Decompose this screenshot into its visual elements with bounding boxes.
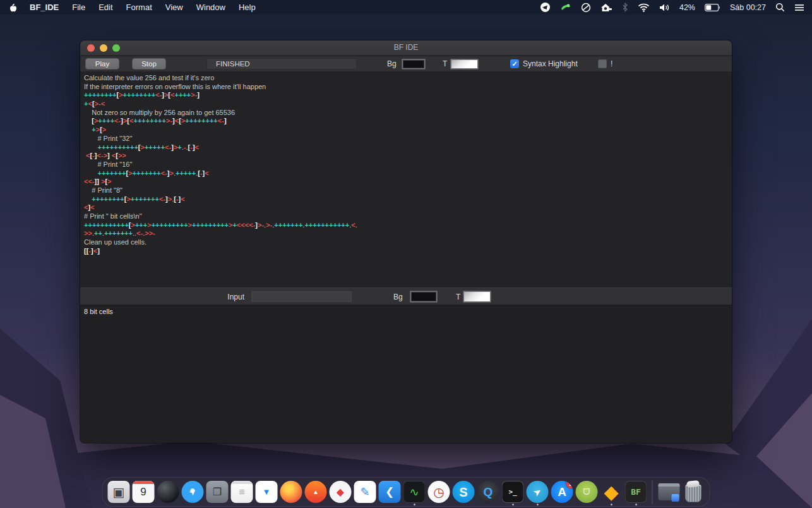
do-not-disturb-icon[interactable] — [581, 3, 591, 13]
code-line: Clean up used cells. — [84, 238, 729, 247]
menu-clock[interactable]: Sáb 00:27 — [730, 3, 766, 12]
output-text-color-well[interactable] — [463, 291, 491, 303]
apple-menu-icon[interactable] — [8, 3, 16, 13]
play-button[interactable]: Play — [85, 58, 119, 70]
menu-app-name[interactable]: BF_IDE — [30, 3, 59, 12]
volume-icon[interactable] — [659, 3, 670, 13]
display-app-icon[interactable]: ▣ — [107, 478, 131, 506]
battery-icon — [705, 3, 720, 13]
input-field[interactable] — [251, 291, 352, 302]
pencil-editor-app-icon[interactable]: ✎ — [354, 478, 377, 506]
bang-checkbox[interactable] — [598, 59, 607, 68]
clock-dial-app-icon[interactable]: ◷ — [427, 478, 451, 506]
telegram-status-icon[interactable] — [540, 3, 551, 13]
window-title: BF IDE — [80, 43, 732, 52]
code-line: >>.++.+++++++..<-.>>- — [84, 229, 729, 238]
code-line: +++++++[>+++++++<-]>.+++++.[-]< — [84, 169, 729, 178]
code-line: If the interpreter errors on overflow th… — [84, 83, 729, 92]
screenshot-window-app-icon[interactable]: ❐ — [206, 478, 229, 506]
code-line: Calculate the value 256 and test if it's… — [84, 74, 729, 83]
code-line: <]< — [84, 203, 729, 212]
code-line: +<[>-< — [84, 100, 729, 109]
quicktime-icon[interactable]: Q — [477, 478, 500, 506]
code-line: # Print "16" — [84, 160, 729, 169]
activity-monitor-icon[interactable]: ∿ — [403, 478, 426, 506]
output-bg-color-well[interactable] — [410, 291, 438, 303]
dock-separator — [652, 480, 653, 504]
code-line: [>++++<-]>[<++++++++>-]<[>++++++++<-] — [84, 117, 729, 126]
toolbar: Play Stop FINISHED Bg T ✓ Syntax Highlig… — [80, 56, 732, 72]
run-status-field: FINISHED — [206, 58, 357, 70]
dock: ▣9➤❐≡▼▲◆✎❮∿◷SQ>_➤A2ᗜ◆BF — [102, 477, 710, 507]
calendar-icon[interactable]: 9 — [132, 478, 155, 506]
menu-edit[interactable]: Edit — [99, 3, 112, 12]
menu-bar: BF_IDE File Edit Format View Window Help… — [0, 0, 812, 15]
notes-app-icon[interactable]: ≡ — [230, 478, 254, 506]
code-line: [[-]<] — [84, 247, 729, 256]
menu-file[interactable]: File — [72, 3, 85, 12]
skype-icon[interactable]: S — [452, 478, 475, 506]
android-studio-icon[interactable]: ᗜ — [575, 478, 599, 506]
bg-color-label: Bg — [387, 59, 397, 68]
code-line: ++++++++[>++++++++<-]>[<++++>-] — [84, 91, 729, 100]
menu-format[interactable]: Format — [126, 3, 152, 12]
trash-icon[interactable] — [682, 478, 705, 506]
presentation-app-icon[interactable]: ▼ — [255, 478, 278, 506]
battery-percentage: 42% — [679, 3, 695, 12]
vscode-icon[interactable]: ❮ — [378, 478, 402, 506]
output-view[interactable]: 8 bit cells — [80, 305, 732, 443]
bf-ide-window: BF IDE Play Stop FINISHED Bg T ✓ Syntax … — [80, 40, 732, 443]
app-store-icon[interactable]: A2 — [551, 478, 574, 506]
sketch-icon[interactable]: ◆ — [600, 478, 623, 506]
syntax-highlight-checkbox[interactable]: ✓ — [510, 59, 519, 68]
safari-icon[interactable]: ➤ — [181, 478, 205, 506]
firefox-icon[interactable] — [280, 478, 303, 506]
terminal-icon[interactable]: >_ — [501, 478, 525, 506]
text-color-label: T — [443, 59, 447, 68]
notification-center-icon[interactable] — [794, 3, 804, 13]
minimized-window-thumb[interactable] — [657, 478, 681, 506]
code-line: ++++++++[>+++++++<-]>.[-]< — [84, 195, 729, 204]
code-line: +++++++++++[>+++>+++++++++>+++++++++>+<<… — [84, 221, 729, 230]
code-line: +>[> — [84, 126, 729, 135]
desktop: { "menubar": { "items": ["BF_IDE", "File… — [0, 0, 812, 508]
code-line: # Print "8" — [84, 186, 729, 195]
text-color-well[interactable] — [450, 59, 479, 70]
input-row: Input Bg T — [80, 287, 732, 305]
output-text: 8 bit cells — [84, 308, 113, 315]
menu-window[interactable]: Window — [196, 3, 225, 12]
bluetooth-icon[interactable] — [622, 3, 628, 13]
output-text-color-label: T — [456, 293, 460, 301]
menu-help[interactable]: Help — [239, 3, 256, 12]
red-emblem-app-icon[interactable]: ◆ — [329, 478, 352, 506]
code-line: # Print "32" — [84, 135, 729, 143]
spotlight-search-icon[interactable] — [775, 3, 785, 13]
telegram-icon[interactable]: ➤ — [526, 478, 549, 506]
home-icon[interactable] — [600, 3, 612, 13]
stop-button[interactable]: Stop — [132, 58, 166, 70]
menu-view[interactable]: View — [165, 3, 183, 12]
brave-browser-icon[interactable]: ▲ — [304, 478, 328, 506]
dark-sphere-app-icon[interactable] — [157, 478, 180, 506]
bf-ide-dock-icon[interactable]: BF — [624, 478, 648, 506]
code-line: <[-]<->] <[>> — [84, 152, 729, 160]
code-line: ++++++++++[>+++++<-]>+.-.[-]< — [84, 143, 729, 152]
title-bar[interactable]: BF IDE — [80, 40, 732, 56]
bg-color-well[interactable] — [402, 59, 426, 70]
code-line: # Print " bit cells\n" — [84, 212, 729, 221]
bang-label: ! — [611, 59, 612, 68]
input-label: Input — [206, 293, 244, 301]
green-app-status-icon[interactable] — [560, 3, 571, 13]
wifi-icon[interactable] — [638, 3, 650, 13]
syntax-highlight-label: Syntax Highlight — [523, 59, 578, 68]
code-line: <<-]] >[> — [84, 178, 729, 186]
code-line: Not zero so multiply by 256 again to get… — [84, 109, 729, 118]
output-bg-color-label: Bg — [393, 293, 403, 301]
code-editor[interactable]: Calculate the value 256 and test if it's… — [80, 72, 732, 287]
